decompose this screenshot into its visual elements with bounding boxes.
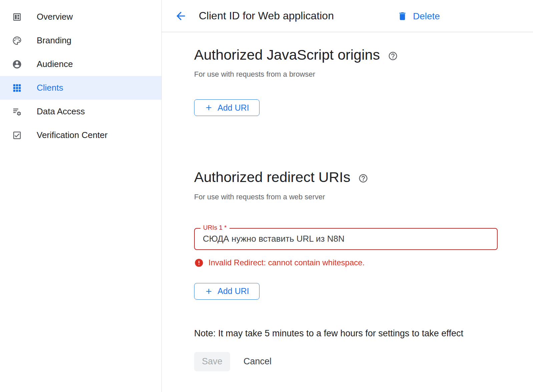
- main-panel: Client ID for Web application Delete Aut…: [162, 0, 533, 392]
- delete-button[interactable]: Delete: [397, 0, 440, 32]
- sidebar-item-label: Data Access: [37, 106, 85, 117]
- sidebar-item-overview[interactable]: Overview: [0, 5, 161, 29]
- person-icon: [12, 59, 22, 69]
- sidebar-item-label: Overview: [37, 12, 73, 22]
- back-button[interactable]: [174, 10, 187, 22]
- palette-icon: [12, 36, 22, 46]
- js-origins-subtitle: For use with requests from a browser: [194, 70, 533, 79]
- sidebar-item-label: Audience: [37, 59, 73, 69]
- js-origins-title-text: Authorized JavaScript origins: [194, 47, 380, 63]
- uri-error: Invalid Redirect: cannot contain whitesp…: [194, 258, 533, 268]
- data-access-icon: [12, 107, 22, 117]
- redirect-uris-title-text: Authorized redirect URIs: [194, 169, 350, 185]
- content: Authorized JavaScript origins For use wi…: [162, 32, 533, 371]
- sidebar-item-branding[interactable]: Branding: [0, 29, 161, 52]
- grid-icon: [12, 83, 22, 93]
- form-actions: Save Cancel: [194, 352, 533, 371]
- page-title: Client ID for Web application: [199, 10, 334, 22]
- uri-field-label: URIs 1 *: [200, 224, 229, 231]
- add-uri-button-origins[interactable]: Add URI: [194, 99, 259, 116]
- arrow-left-icon: [174, 10, 187, 22]
- js-origins-section-title: Authorized JavaScript origins: [194, 47, 533, 63]
- plus-icon: [204, 103, 213, 112]
- help-icon[interactable]: [358, 173, 368, 183]
- settings-note: Note: It may take 5 minutes to a few hou…: [194, 328, 533, 339]
- sidebar-item-data-access[interactable]: Data Access: [0, 100, 161, 123]
- help-icon[interactable]: [388, 51, 398, 61]
- redirect-uris-subtitle: For use with requests from a web server: [194, 193, 533, 201]
- add-uri-label: Add URI: [217, 286, 249, 296]
- add-uri-label: Add URI: [217, 103, 249, 113]
- trash-icon: [397, 11, 408, 21]
- sidebar-item-label: Clients: [37, 83, 63, 93]
- cancel-button[interactable]: Cancel: [243, 356, 272, 367]
- sidebar: Overview Branding Audience Clients Data …: [0, 0, 162, 392]
- page-header: Client ID for Web application Delete: [162, 0, 533, 32]
- oauth-client-page: Overview Branding Audience Clients Data …: [0, 0, 533, 392]
- save-button[interactable]: Save: [194, 352, 230, 371]
- sidebar-item-label: Verification Center: [37, 130, 107, 140]
- sidebar-item-clients[interactable]: Clients: [0, 76, 161, 100]
- redirect-uris-section-title: Authorized redirect URIs: [194, 169, 533, 185]
- error-text: Invalid Redirect: cannot contain whitesp…: [208, 258, 365, 267]
- checkbox-icon: [12, 130, 22, 140]
- plus-icon: [204, 287, 213, 296]
- sidebar-item-label: Branding: [37, 35, 71, 46]
- sidebar-item-audience[interactable]: Audience: [0, 52, 161, 76]
- delete-button-label: Delete: [413, 11, 440, 22]
- add-uri-button-redirects[interactable]: Add URI: [194, 283, 259, 300]
- uri-field: URIs 1 *: [194, 228, 498, 250]
- error-icon: [194, 258, 204, 268]
- sidebar-item-verification-center[interactable]: Verification Center: [0, 123, 161, 147]
- uri-input[interactable]: [195, 229, 497, 249]
- overview-icon: [12, 12, 22, 22]
